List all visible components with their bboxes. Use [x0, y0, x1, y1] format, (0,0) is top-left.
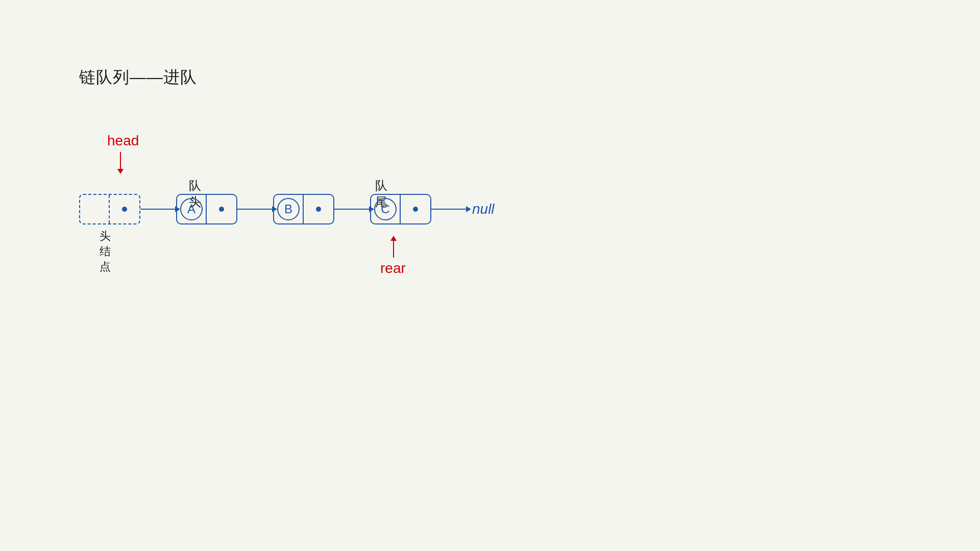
node-b: B	[273, 194, 334, 224]
node-c-dot	[413, 207, 418, 212]
arrow-head-to-a	[140, 209, 176, 210]
node-a: A	[176, 194, 237, 224]
null-label: null	[472, 201, 495, 217]
node-a-dot	[219, 207, 224, 212]
node-c-label: C	[381, 202, 389, 216]
head-node-data-cell	[80, 195, 110, 223]
node-b-label: B	[284, 202, 292, 216]
head-node-text-label: 头结点	[100, 229, 111, 274]
node-b-data-cell: B	[274, 195, 304, 223]
node-b-dot	[316, 207, 321, 212]
node-b-pointer-cell	[304, 195, 333, 223]
head-arrow-icon	[120, 152, 121, 170]
arrow-line-1	[140, 209, 176, 210]
rear-arrow-icon	[393, 240, 394, 258]
rear-label: rear	[380, 260, 406, 277]
head-label: head	[107, 133, 139, 149]
node-a-label: A	[187, 202, 195, 216]
arrow-line-2	[237, 209, 273, 210]
arrow-b-to-c	[334, 209, 370, 210]
arrow-a-to-b	[237, 209, 273, 210]
node-b-circle: B	[277, 198, 300, 220]
arrow-line-3	[334, 209, 370, 210]
node-a-circle: A	[180, 198, 203, 220]
node-c: C	[370, 194, 431, 224]
arrow-line-4	[431, 209, 467, 210]
arrow-c-to-null	[431, 209, 467, 210]
head-node-dot	[122, 207, 127, 212]
head-node	[79, 194, 140, 224]
node-a-data-cell: A	[177, 195, 207, 223]
node-c-data-cell: C	[371, 195, 401, 223]
page-title: 链队列——进队	[79, 66, 197, 89]
node-a-pointer-cell	[207, 195, 236, 223]
nodes-row: A B	[79, 194, 495, 224]
node-c-circle: C	[374, 198, 397, 220]
node-c-pointer-cell	[401, 195, 430, 223]
page: 链队列——进队 head 队头 队尾	[0, 0, 980, 551]
head-node-pointer-cell	[110, 195, 139, 223]
